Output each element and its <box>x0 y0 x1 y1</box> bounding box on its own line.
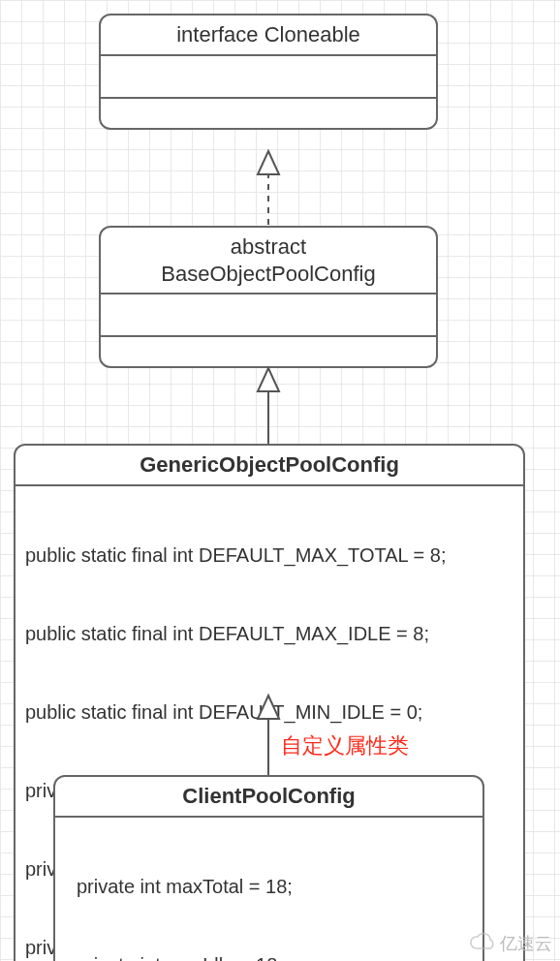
class-client-pool-config: ClientPoolConfig private int maxTotal = … <box>53 775 484 961</box>
class-title: interface Cloneable <box>101 16 436 56</box>
svg-marker-1 <box>258 151 279 174</box>
operations-section <box>101 337 436 366</box>
attributes-section <box>101 294 436 337</box>
attributes-section <box>101 56 436 99</box>
svg-marker-3 <box>258 368 279 391</box>
watermark: 亿速云 <box>469 932 552 955</box>
attribute-line: private int maxTotal = 18; <box>77 874 473 900</box>
relation-generalization <box>258 368 279 444</box>
annotation-label: 自定义属性类 <box>281 731 409 760</box>
attribute-line: public static final int DEFAULT_MAX_TOTA… <box>25 542 513 569</box>
cloud-icon <box>469 933 496 955</box>
relation-realization <box>258 151 279 225</box>
class-name-label: GenericObjectPoolConfig <box>25 451 513 479</box>
watermark-text: 亿速云 <box>500 932 552 955</box>
attribute-line: private int maxIdle = 18; <box>77 952 473 962</box>
class-title: abstract BaseObjectPoolConfig <box>101 228 436 294</box>
class-title: GenericObjectPoolConfig <box>16 446 523 486</box>
attribute-line: public static final int DEFAULT_MIN_IDLE… <box>25 699 513 726</box>
attributes-section: private int maxTotal = 18; private int m… <box>55 818 482 962</box>
class-title: ClientPoolConfig <box>55 777 482 818</box>
class-name-label: ClientPoolConfig <box>65 783 473 810</box>
class-cloneable: interface Cloneable <box>99 14 438 130</box>
class-name-label: BaseObjectPoolConfig <box>110 261 426 288</box>
stereotype-label: abstract <box>110 233 426 261</box>
stereotype-label: interface Cloneable <box>110 21 426 48</box>
operations-section <box>101 99 436 128</box>
class-base-object-pool-config: abstract BaseObjectPoolConfig <box>99 226 438 368</box>
attribute-line: public static final int DEFAULT_MAX_IDLE… <box>25 621 513 647</box>
